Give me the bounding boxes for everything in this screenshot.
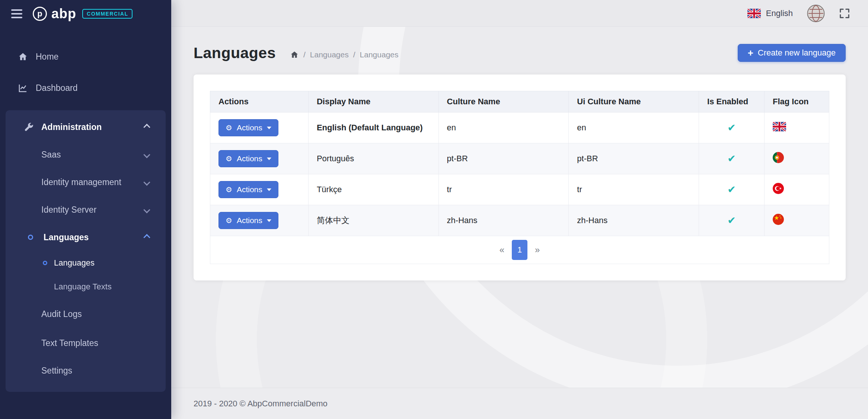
sidebar: p abp COMMERCIAL Home Dashboard Administ… <box>0 0 171 419</box>
sidebar-item-label: Administration <box>41 122 102 132</box>
sidebar-item-label: Settings <box>41 366 72 376</box>
table-row: ⚙ Actions Türkçe tr tr ✔ <box>210 174 829 205</box>
actions-cell: ⚙ Actions <box>210 143 309 174</box>
is-enabled-cell: ✔ <box>699 205 765 236</box>
is-enabled-cell: ✔ <box>699 143 765 174</box>
caret-down-icon <box>267 158 271 160</box>
sidebar-item-audit-logs[interactable]: Audit Logs <box>6 299 166 329</box>
sidebar-item-dashboard[interactable]: Dashboard <box>0 72 171 104</box>
dashboard-chart-icon <box>16 83 29 93</box>
bullet-ring-icon <box>43 261 47 265</box>
languages-card: ActionsDisplay NameCulture NameUi Cultur… <box>194 74 846 280</box>
caret-down-icon <box>267 127 271 129</box>
main-area: English Languages / Languages / <box>171 0 868 419</box>
sidebar-item-label: Saas <box>41 150 61 160</box>
sidebar-item-home[interactable]: Home <box>0 41 171 72</box>
page-title: Languages <box>194 44 276 62</box>
languages-table-body: ⚙ Actions English (Default Language) en … <box>210 112 829 236</box>
create-button-label: Create new language <box>758 48 836 58</box>
page-header: Languages / Languages / Languages + Crea… <box>194 44 846 62</box>
table-row: ⚙ Actions Português pt-BR pt-BR ✔ <box>210 143 829 174</box>
display-name-cell: English (Default Language) <box>308 112 438 143</box>
sidebar-item-text-templates[interactable]: Text Templates <box>6 329 166 357</box>
actions-cell: ⚙ Actions <box>210 112 309 143</box>
sidebar-item-label: Languages <box>44 232 89 242</box>
sidebar-item-identity-server[interactable]: Identity Server <box>6 196 166 223</box>
breadcrumb-item[interactable]: Languages <box>360 50 399 59</box>
plus-icon: + <box>748 48 753 58</box>
create-new-language-button[interactable]: + Create new language <box>738 44 846 62</box>
ui-culture-name-cell: en <box>569 112 699 143</box>
wrench-icon <box>22 122 35 132</box>
actions-cell: ⚙ Actions <box>210 174 309 205</box>
abp-logo-mark-icon: p <box>33 7 47 21</box>
table-header-row: ActionsDisplay NameCulture NameUi Cultur… <box>210 91 829 112</box>
column-header: Ui Culture Name <box>569 91 699 112</box>
column-header: Actions <box>210 91 309 112</box>
content: Languages / Languages / Languages + Crea… <box>171 27 868 388</box>
sidebar-item-settings[interactable]: Settings <box>6 357 166 384</box>
caret-down-icon <box>267 219 271 222</box>
check-icon: ✔ <box>727 153 736 164</box>
fullscreen-icon[interactable] <box>839 8 850 19</box>
caret-down-icon <box>267 188 271 191</box>
is-enabled-cell: ✔ <box>699 112 765 143</box>
sidebar-item-label: Identity Server <box>41 205 96 215</box>
column-header: Display Name <box>308 91 438 112</box>
copyright-text: 2019 - 2020 © AbpCommercialDemo <box>194 399 328 409</box>
chevron-down-icon <box>143 179 150 185</box>
gear-icon: ⚙ <box>226 124 232 131</box>
display-name-cell: 简体中文 <box>308 205 438 236</box>
breadcrumb-separator: / <box>353 50 355 59</box>
column-header: Culture Name <box>438 91 569 112</box>
row-actions-button[interactable]: ⚙ Actions <box>218 181 278 198</box>
table-row: ⚙ Actions 简体中文 zh-Hans zh-Hans ✔ <box>210 205 829 236</box>
menu-toggle-icon[interactable] <box>11 9 22 18</box>
sidebar-item-label: Home <box>36 52 58 62</box>
check-icon: ✔ <box>727 122 736 133</box>
actions-button-label: Actions <box>237 154 262 163</box>
flag-cell <box>765 112 829 143</box>
pagination-page-1-button[interactable]: 1 <box>512 240 527 260</box>
actions-button-label: Actions <box>237 216 262 225</box>
sidebar-header: p abp COMMERCIAL <box>0 0 171 28</box>
ui-culture-name-cell: zh-Hans <box>569 205 699 236</box>
table-row: ⚙ Actions English (Default Language) en … <box>210 112 829 143</box>
flag-cell <box>765 205 829 236</box>
actions-cell: ⚙ Actions <box>210 205 309 236</box>
breadcrumb-item[interactable]: Languages <box>310 50 349 59</box>
check-icon: ✔ <box>727 215 736 226</box>
pagination-next-button[interactable]: » <box>528 245 546 255</box>
current-language-label: English <box>766 9 793 18</box>
breadcrumb-home-icon[interactable] <box>290 50 299 59</box>
row-actions-button[interactable]: ⚙ Actions <box>218 212 278 229</box>
actions-button-label: Actions <box>237 123 262 132</box>
pagination-prev-button[interactable]: « <box>493 245 511 255</box>
footer: 2019 - 2020 © AbpCommercialDemo <box>171 388 868 419</box>
sidebar-item-label: Text Templates <box>41 338 98 348</box>
column-header: Is Enabled <box>699 91 765 112</box>
row-actions-button[interactable]: ⚙ Actions <box>218 119 278 136</box>
row-actions-button[interactable]: ⚙ Actions <box>218 150 278 167</box>
display-name-cell: Türkçe <box>308 174 438 205</box>
language-switcher[interactable]: English <box>747 9 793 18</box>
sidebar-item-label: Identity management <box>41 177 121 187</box>
abp-logo[interactable]: p abp COMMERCIAL <box>33 6 133 22</box>
chevron-down-icon <box>143 206 150 213</box>
sidebar-item-languages[interactable]: Languages <box>6 223 166 251</box>
commercial-badge: COMMERCIAL <box>82 9 133 19</box>
sidebar-nav: Home Dashboard Administration Saas Ident… <box>0 28 171 419</box>
ui-culture-name-cell: tr <box>569 174 699 205</box>
sidebar-item-saas[interactable]: Saas <box>6 141 166 168</box>
languages-ring-icon <box>24 235 37 240</box>
breadcrumb: / Languages / Languages <box>290 50 399 59</box>
user-avatar[interactable] <box>807 4 825 22</box>
culture-name-cell: tr <box>438 174 569 205</box>
sidebar-item-language-texts[interactable]: Language Texts <box>6 275 166 299</box>
sidebar-item-identity-management[interactable]: Identity management <box>6 168 166 196</box>
flag-cell <box>765 174 829 205</box>
pagination: « 1 » <box>218 240 821 260</box>
sidebar-item-administration[interactable]: Administration <box>6 113 166 141</box>
sidebar-item-label: Dashboard <box>36 83 78 93</box>
sidebar-item-languages-child[interactable]: Languages <box>6 251 166 275</box>
